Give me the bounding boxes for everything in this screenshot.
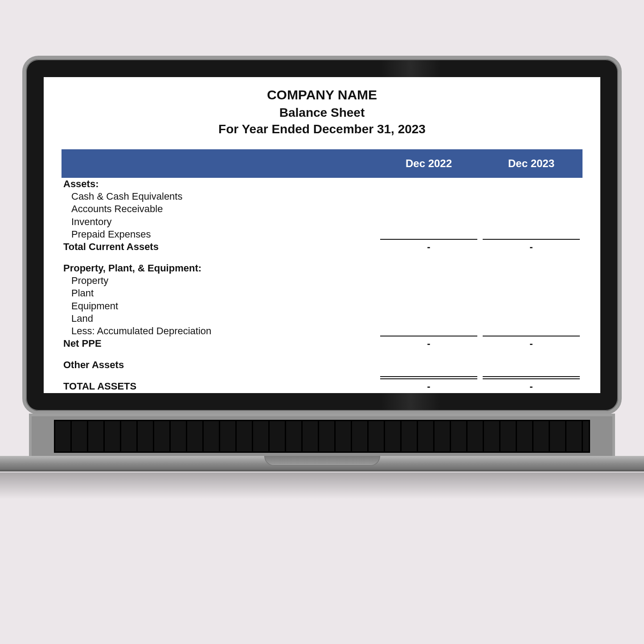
total-current-assets: Total Current Assets - - <box>62 241 582 253</box>
laptop-screen: COMPANY NAME Balance Sheet For Year Ende… <box>44 77 600 393</box>
section-title-other-assets: Other Assets <box>62 359 582 371</box>
total-assets-prev: - <box>377 380 480 393</box>
line-cash: Cash & Cash Equivalents <box>62 190 582 203</box>
laptop-hinge-notch <box>264 456 380 466</box>
col-header-curr-year: Dec 2023 <box>480 157 582 170</box>
section-title-ppe: Property, Plant, & Equipment: <box>62 262 582 275</box>
net-ppe-prev: - <box>377 337 480 350</box>
laptop-keyboard <box>29 414 615 456</box>
report-period: For Year Ended December 31, 2023 <box>62 121 582 138</box>
report-title: Balance Sheet <box>62 104 582 121</box>
net-ppe: Net PPE - - <box>62 337 582 350</box>
line-inventory: Inventory <box>62 216 582 228</box>
laptop-base <box>0 414 644 472</box>
total-assets: TOTAL ASSETS - - <box>62 380 582 393</box>
laptop-frame: COMPANY NAME Balance Sheet For Year Ende… <box>22 56 622 414</box>
section-title-assets: Assets: <box>62 178 582 190</box>
company-name: COMPANY NAME <box>62 86 582 104</box>
line-property: Property <box>62 275 582 287</box>
document-title-block: COMPANY NAME Balance Sheet For Year Ende… <box>62 86 582 138</box>
column-header-bar: Dec 2022 Dec 2023 <box>62 149 582 178</box>
line-plant: Plant <box>62 287 582 299</box>
line-equipment: Equipment <box>62 300 582 312</box>
line-ar: Accounts Receivable <box>62 203 582 215</box>
balance-sheet-document: COMPANY NAME Balance Sheet For Year Ende… <box>44 77 600 393</box>
total-current-assets-curr: - <box>480 241 582 253</box>
col-header-prev-year: Dec 2022 <box>377 157 480 170</box>
line-land: Land <box>62 312 582 325</box>
total-current-assets-prev: - <box>377 241 480 253</box>
net-ppe-curr: - <box>480 337 582 350</box>
table-shadow <box>0 472 644 499</box>
total-assets-curr: - <box>480 380 582 393</box>
